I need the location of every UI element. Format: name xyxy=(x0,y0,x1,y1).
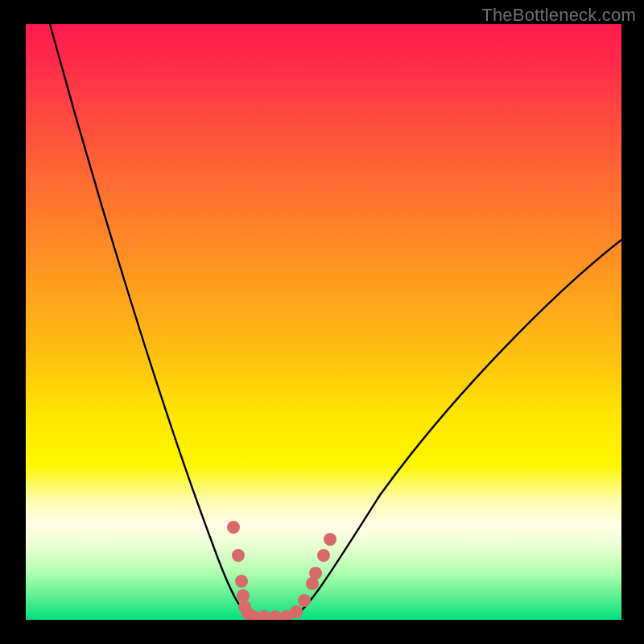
marker-dot xyxy=(235,575,248,588)
marker-dot xyxy=(317,549,330,562)
chart-svg xyxy=(26,24,621,620)
marker-dot xyxy=(290,605,303,618)
marker-dot xyxy=(269,610,282,620)
marker-dot xyxy=(232,549,245,562)
marker-dot xyxy=(324,533,336,546)
bottleneck-curve xyxy=(50,24,621,617)
curve-group xyxy=(50,24,621,617)
marker-dot xyxy=(258,610,270,620)
marker-group xyxy=(227,521,336,620)
marker-dot xyxy=(237,589,250,602)
marker-dot xyxy=(309,567,322,580)
marker-dot xyxy=(298,594,311,607)
watermark-text: TheBottleneck.com xyxy=(481,5,636,26)
marker-dot xyxy=(227,521,240,534)
chart-frame: TheBottleneck.com xyxy=(0,0,644,644)
chart-plot-area xyxy=(26,24,621,620)
